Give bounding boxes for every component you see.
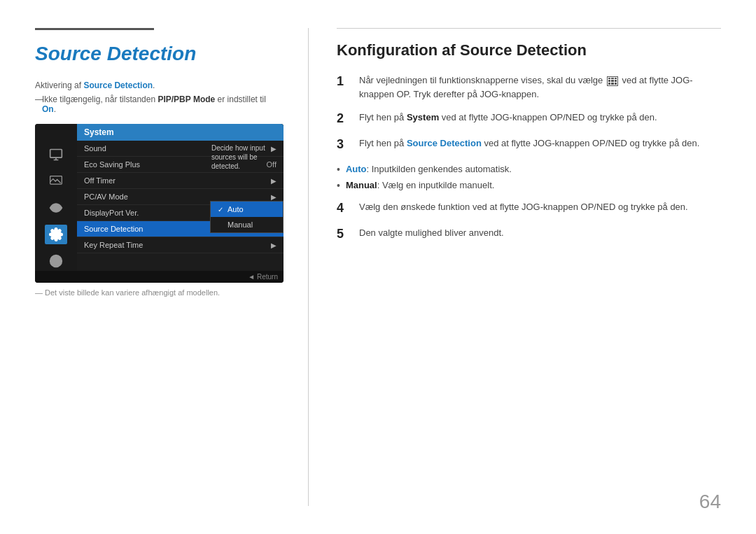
right-column: Konfiguration af Source Detection 1 Når …: [308, 28, 721, 506]
activation-bold: Source Detection: [83, 80, 153, 90]
menu-system-header: System: [77, 124, 284, 141]
bullet-section: • Auto: Inputkilden genkendes automatisk…: [337, 163, 721, 193]
menu-icon-info: [45, 251, 67, 271]
small-note: Det viste billede kan variere afhængigt …: [35, 288, 280, 297]
bullet-auto: • Auto: Inputkilden genkendes automatisk…: [337, 163, 721, 177]
step-5: 5 Den valgte mulighed bliver anvendt.: [337, 226, 721, 242]
step-1-text: Når vejledningen til funktionsknapperne …: [359, 73, 721, 101]
step-3-bold: Source Detection: [407, 138, 482, 148]
step-2: 2 Flyt hen på System ved at flytte JOG-k…: [337, 111, 721, 127]
step-2-text: Flyt hen på System ved at flytte JOG-kna…: [359, 111, 721, 127]
svg-rect-0: [50, 150, 62, 158]
step-number-3: 3: [337, 136, 351, 153]
menu-icon-image: [45, 171, 67, 191]
return-bar: ◄ Return: [35, 271, 284, 283]
step-3-text: Flyt hen på Source Detection ved at flyt…: [359, 136, 721, 153]
step-number-2: 2: [337, 111, 351, 127]
right-top-rule: [337, 28, 721, 29]
page-number: 64: [699, 491, 721, 513]
activation-note: Aktivering af Source Detection.: [35, 80, 280, 90]
on-text: On: [42, 104, 54, 114]
bullet-auto-bold: Auto: [346, 164, 367, 174]
page-title: Source Detection: [35, 43, 280, 65]
step-4-text: Vælg den ønskede funktion ved at flytte …: [359, 200, 721, 216]
submenu-auto: ✓ Auto: [211, 202, 283, 217]
menu-icon-gear: [45, 225, 67, 244]
warning-bold: PIP/PBP Mode: [158, 94, 215, 104]
warning-note: Ikke tilgængelig, når tilstanden PIP/PBP…: [35, 94, 280, 114]
step-2-bold: System: [407, 112, 439, 122]
bullet-list: • Auto: Inputkilden genkendes automatisk…: [337, 163, 721, 193]
submenu-manual: Manual: [211, 217, 283, 232]
top-rule: [35, 28, 154, 30]
steps-list: 1 Når vejledningen til funktionsknappern…: [337, 73, 721, 243]
menu-icon-eye: [45, 198, 67, 218]
step-number-5: 5: [337, 226, 351, 242]
grid-icon: [607, 76, 618, 86]
menu-icon-monitor: [45, 145, 67, 164]
step-1: 1 Når vejledningen til funktionsknappern…: [337, 73, 721, 101]
section-title: Konfiguration af Source Detection: [337, 41, 721, 59]
step-3: 3 Flyt hen på Source Detection ved at fl…: [337, 136, 721, 153]
menu-description: Decide how input sources will be detecte…: [211, 143, 278, 171]
menu-item-keyrepeat: Key Repeat Time ▶: [77, 237, 284, 253]
bullet-manual-bold: Manual: [346, 180, 377, 190]
monitor-mockup: System Sound ▶ Eco Saving Plus Off Off T…: [35, 124, 284, 283]
menu-item-offtimer: Off Timer ▶: [77, 173, 284, 189]
left-column: Source Detection Aktivering af Source De…: [35, 28, 308, 506]
menu-sidebar: [35, 124, 77, 271]
step-5-text: Den valgte mulighed bliver anvendt.: [359, 226, 721, 242]
bullet-manual: • Manual: Vælg en inputkilde manuelt.: [337, 179, 721, 193]
step-number-1: 1: [337, 73, 351, 101]
submenu: ✓ Auto Manual: [210, 201, 284, 233]
step-number-4: 4: [337, 200, 351, 216]
step-4: 4 Vælg den ønskede funktion ved at flytt…: [337, 200, 721, 216]
